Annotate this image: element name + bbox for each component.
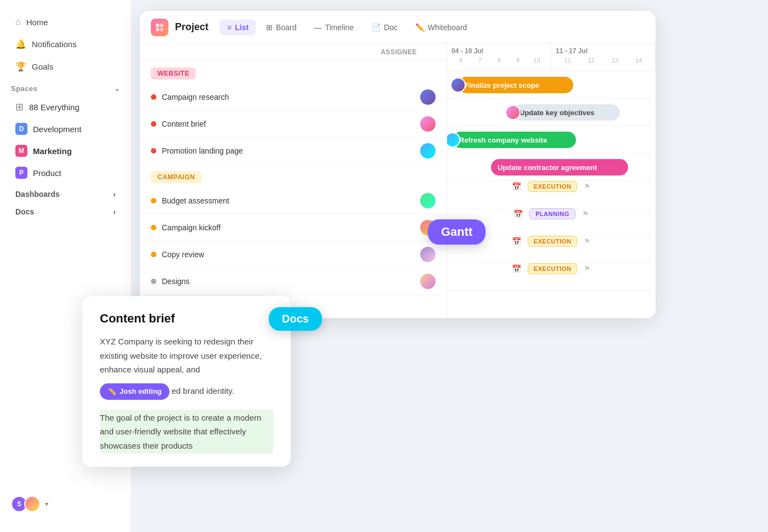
doc-icon: 📄 xyxy=(371,23,381,32)
task-label: Campaign kickoff xyxy=(162,223,221,232)
gantt-row-5: 📅 EXECUTION ⚑ xyxy=(447,181,656,208)
table-row[interactable]: Budget assessment xyxy=(140,188,447,214)
sidebar-item-notifications[interactable]: 🔔 Notifications xyxy=(4,33,127,55)
gantt-bar-label-1: Finalize project scope xyxy=(465,81,539,89)
calendar-icon-4: 📅 xyxy=(512,264,521,273)
tab-doc-label: Doc xyxy=(384,23,398,32)
gantt-bar-3[interactable]: Refresh company website xyxy=(453,132,576,148)
task-label: Promotion landing page xyxy=(162,146,243,155)
tab-list[interactable]: ≡ List xyxy=(219,20,256,35)
sidebar-item-goals[interactable]: 🏆 Goals xyxy=(4,56,127,77)
table-row[interactable]: Designs xyxy=(140,268,447,295)
task-dot-red xyxy=(151,121,156,127)
grid-icon: ⊞ xyxy=(15,101,24,113)
sidebar-item-product[interactable]: P Product xyxy=(4,162,127,183)
status-badge-execution-2: EXECUTION xyxy=(528,236,578,247)
sidebar-item-home-label: Home xyxy=(26,18,48,27)
tab-doc[interactable]: 📄 Doc xyxy=(364,20,405,35)
docs-label: Docs xyxy=(15,207,34,216)
task-label: Designs xyxy=(162,277,190,286)
project-title: Project xyxy=(175,21,208,33)
development-icon: D xyxy=(15,123,27,135)
product-icon: P xyxy=(15,167,27,179)
gantt-header: 04 - 10 Jul 6 7 8 9 10 11 - 17 Jul 11 12… xyxy=(447,44,656,71)
whiteboard-icon: ✏️ xyxy=(415,23,425,32)
sidebar-item-docs[interactable]: Docs › xyxy=(4,202,127,218)
user-avatars: S xyxy=(11,496,41,512)
bell-icon: 🔔 xyxy=(15,39,26,49)
task-name: Campaign research xyxy=(151,93,381,101)
tab-list-label: List xyxy=(235,23,249,32)
calendar-icon-3: 📅 xyxy=(512,237,521,246)
docs-label-text: Docs xyxy=(282,313,309,325)
sidebar-item-development[interactable]: D Development xyxy=(4,118,127,139)
sidebar-item-home[interactable]: ⌂ Home xyxy=(4,12,127,32)
avatar-img xyxy=(420,143,436,159)
tab-whiteboard-label: Whiteboard xyxy=(428,23,467,32)
tab-timeline-label: Timeline xyxy=(325,23,353,32)
sidebar-item-everything[interactable]: ⊞ 88 Everything xyxy=(4,97,127,117)
week-label-1: 04 - 10 Jul xyxy=(451,47,546,55)
gantt-label-text: Gantt xyxy=(441,225,472,239)
status-badge-execution-3: EXECUTION xyxy=(528,263,578,274)
list-icon: ≡ xyxy=(227,23,231,32)
task-dot-red xyxy=(151,94,156,100)
svg-rect-1 xyxy=(160,24,163,27)
docs-expand-icon: › xyxy=(113,207,116,216)
board-icon: ⊞ xyxy=(266,23,273,32)
main-window: Project ≡ List ⊞ Board — Timeline 📄 Doc … xyxy=(140,11,656,318)
gantt-floating-label: Gantt xyxy=(428,219,485,245)
avatar-img xyxy=(420,89,436,105)
task-label: Campaign research xyxy=(162,93,229,101)
sidebar-item-marketing-label: Marketing xyxy=(33,146,72,156)
avatar xyxy=(420,193,436,208)
gantt-bar-label-3: Refresh company website xyxy=(459,136,547,144)
section-label-website: WEBSITE xyxy=(140,61,447,84)
task-assignee xyxy=(381,220,436,235)
sidebar-item-marketing[interactable]: M Marketing xyxy=(4,140,127,161)
gantt-avatar-2 xyxy=(505,105,521,120)
tab-board[interactable]: ⊞ Board xyxy=(258,20,304,35)
task-assignee xyxy=(381,193,436,208)
task-label: Content brief xyxy=(162,120,206,128)
task-assignee xyxy=(381,89,436,105)
tab-whiteboard[interactable]: ✏️ Whiteboard xyxy=(408,20,475,35)
spaces-collapse-icon[interactable]: ⌄ xyxy=(114,84,121,93)
gantt-days-1: 6 7 8 9 10 xyxy=(451,57,546,64)
task-label: Budget assessment xyxy=(162,196,229,205)
user-avatar-secondary xyxy=(24,496,41,512)
spaces-label: Spaces xyxy=(11,84,38,93)
task-name: Campaign kickoff xyxy=(151,223,381,232)
task-list: ASSIGNEE WEBSITE Campaign research Conte… xyxy=(140,44,447,318)
gantt-bar-1[interactable]: Finalize project scope xyxy=(458,77,573,93)
svg-rect-3 xyxy=(160,27,163,31)
dashboards-expand-icon: › xyxy=(113,190,116,199)
task-name: Content brief xyxy=(151,120,381,128)
avatar xyxy=(420,116,436,132)
task-name: Promotion landing page xyxy=(151,146,381,155)
docs-body-2: ed brand identity. xyxy=(172,386,234,395)
gantt-bar-4[interactable]: Update contractor agreement xyxy=(491,159,628,176)
gantt-area: 04 - 10 Jul 6 7 8 9 10 11 - 17 Jul 11 12… xyxy=(447,44,656,318)
gantt-row-8: 📅 EXECUTION ⚑ xyxy=(447,263,656,291)
gantt-bar-2[interactable]: Update key objectives xyxy=(513,104,620,121)
avatar xyxy=(420,143,436,159)
sidebar-item-goals-label: Goals xyxy=(32,62,53,71)
avatar xyxy=(420,247,436,262)
sidebar-item-notifications-label: Notifications xyxy=(32,39,77,49)
table-row[interactable]: Content brief xyxy=(140,111,447,138)
gantt-badge-row-1: 📅 EXECUTION ⚑ xyxy=(447,181,656,192)
task-name: Designs xyxy=(151,277,381,286)
task-dot-yellow xyxy=(151,225,156,230)
sidebar-item-dashboards[interactable]: Dashboards › xyxy=(4,184,127,201)
tab-timeline[interactable]: — Timeline xyxy=(306,20,361,35)
table-row[interactable]: Copy review xyxy=(140,241,447,268)
docs-body-1: XYZ Company is seeking to redesign their… xyxy=(100,335,273,377)
gantt-week-1: 04 - 10 Jul 6 7 8 9 10 xyxy=(447,44,551,71)
table-row[interactable]: Promotion landing page xyxy=(140,138,447,165)
user-chevron-icon[interactable]: ▾ xyxy=(45,500,48,508)
gantt-avatar-3 xyxy=(447,132,460,148)
marketing-icon: M xyxy=(15,145,27,157)
table-row[interactable]: Campaign kickoff xyxy=(140,214,447,241)
table-row[interactable]: Campaign research xyxy=(140,84,447,111)
